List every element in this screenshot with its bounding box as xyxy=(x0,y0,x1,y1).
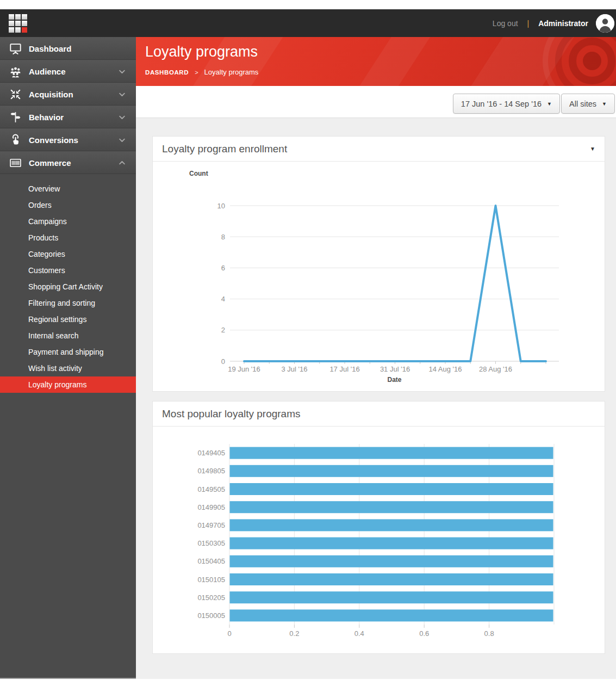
user-icon xyxy=(596,14,614,33)
svg-text:0.6: 0.6 xyxy=(419,629,429,638)
dashboard-icon xyxy=(8,41,22,55)
sidebar-item-commerce[interactable]: Commerce xyxy=(0,151,136,174)
svg-text:28 Aug '16: 28 Aug '16 xyxy=(479,365,512,373)
page-header: Loyalty programs DASHBOARD > Loyalty pro… xyxy=(136,37,616,86)
top-bar: Log out | Administrator xyxy=(0,9,616,37)
svg-text:4: 4 xyxy=(221,295,225,303)
popular-programs-panel: Most popular loyalty programs 00.20.40.6… xyxy=(152,401,605,654)
svg-text:0.2: 0.2 xyxy=(289,629,299,638)
sidebar-subitem-filtering-and-sorting[interactable]: Filtering and sorting xyxy=(0,295,136,311)
audience-icon xyxy=(8,64,22,78)
topbar-right: Log out | Administrator xyxy=(493,14,616,33)
header-streak xyxy=(325,37,447,86)
sidebar-subitem-payment-and-shipping[interactable]: Payment and shipping xyxy=(0,344,136,360)
behavior-icon xyxy=(8,110,22,124)
sidebar-subitem-wish-list-activity[interactable]: Wish list activity xyxy=(0,360,136,376)
svg-text:0150105: 0150105 xyxy=(197,576,225,584)
chevron-down-icon xyxy=(118,67,126,76)
date-range-value: 17 Jun '16 - 14 Sep '16 xyxy=(461,100,542,108)
enrollment-line-chart: 024681019 Jun '163 Jul '1617 Jul '1631 J… xyxy=(153,162,605,391)
avatar[interactable] xyxy=(596,14,614,33)
sidebar-item-label: Behavior xyxy=(29,113,118,122)
chevron-down-icon xyxy=(118,113,126,121)
chevron-up-icon xyxy=(118,159,126,167)
enrollment-panel-header: Loyalty program enrollment ▼ xyxy=(153,137,605,162)
svg-text:31 Jul '16: 31 Jul '16 xyxy=(380,365,410,373)
svg-text:Date: Date xyxy=(387,376,401,384)
chevron-down-icon: ▼ xyxy=(602,101,607,107)
sidebar-item-label: Dashboard xyxy=(29,44,136,53)
topbar-separator: | xyxy=(527,19,530,28)
breadcrumb-dashboard-link[interactable]: DASHBOARD xyxy=(145,69,189,76)
sidebar-item-behavior[interactable]: Behavior xyxy=(0,106,136,128)
sidebar-subitem-internal-search[interactable]: Internal search xyxy=(0,328,136,344)
sidebar-item-label: Audience xyxy=(29,67,118,76)
page-root: Log out | Administrator DashboardAudienc… xyxy=(0,0,616,692)
sidebar-subitem-overview[interactable]: Overview xyxy=(0,181,136,197)
sidebar-subitem-shopping-cart-activity[interactable]: Shopping Cart Activity xyxy=(0,279,136,295)
svg-text:14 Aug '16: 14 Aug '16 xyxy=(428,365,462,373)
svg-text:0149705: 0149705 xyxy=(197,521,225,529)
conversions-icon xyxy=(8,133,22,147)
sidebar-subitem-orders[interactable]: Orders xyxy=(0,197,136,213)
sidebar-subitem-customers[interactable]: Customers xyxy=(0,262,136,279)
chevron-down-icon: ▼ xyxy=(547,101,552,107)
acquisition-icon xyxy=(8,87,22,101)
svg-text:0150305: 0150305 xyxy=(197,539,225,547)
sidebar-item-acquisition[interactable]: Acquisition xyxy=(0,83,136,106)
popular-programs-panel-header: Most popular loyalty programs xyxy=(153,401,605,427)
username-link[interactable]: Administrator xyxy=(538,19,588,28)
commerce-icon xyxy=(8,156,22,170)
svg-text:0150405: 0150405 xyxy=(197,557,225,565)
svg-text:6: 6 xyxy=(221,264,225,272)
app-menu-icon[interactable] xyxy=(9,14,27,33)
svg-text:17 Jul '16: 17 Jul '16 xyxy=(329,365,359,373)
sidebar-item-label: Commerce xyxy=(29,158,118,168)
enrollment-panel-title: Loyalty program enrollment xyxy=(162,143,287,155)
svg-text:0150205: 0150205 xyxy=(197,594,225,602)
svg-text:2: 2 xyxy=(221,326,225,334)
sidebar-subitem-regional-settings[interactable]: Regional settings xyxy=(0,311,136,328)
sidebar-item-conversions[interactable]: Conversions xyxy=(0,128,136,151)
sidebar-item-audience[interactable]: Audience xyxy=(0,60,136,83)
svg-text:8: 8 xyxy=(221,233,225,241)
svg-text:0: 0 xyxy=(227,629,231,638)
enrollment-panel: Loyalty program enrollment ▼ 024681019 J… xyxy=(152,136,605,392)
site-dropdown[interactable]: All sites ▼ xyxy=(561,94,615,114)
svg-text:19 Jun '16: 19 Jun '16 xyxy=(228,365,260,373)
popular-programs-panel-title: Most popular loyalty programs xyxy=(162,408,301,420)
svg-text:0.4: 0.4 xyxy=(354,629,364,638)
page-title: Loyalty programs xyxy=(145,44,258,60)
logout-link[interactable]: Log out xyxy=(493,19,518,28)
svg-text:0149905: 0149905 xyxy=(197,503,225,511)
sidebar-subitem-categories[interactable]: Categories xyxy=(0,246,136,262)
chevron-down-icon xyxy=(118,90,126,98)
date-range-dropdown[interactable]: 17 Jun '16 - 14 Sep '16 ▼ xyxy=(453,94,560,114)
breadcrumb: DASHBOARD > Loyalty programs xyxy=(145,68,258,76)
sidebar-subitem-products[interactable]: Products xyxy=(0,230,136,246)
sidebar-subitem-loyalty-programs[interactable]: Loyalty programs xyxy=(0,376,136,393)
panel-collapse-icon[interactable]: ▼ xyxy=(590,146,595,152)
sidebar: DashboardAudienceAcquisitionBehaviorConv… xyxy=(0,37,136,679)
svg-text:Count: Count xyxy=(189,170,208,177)
sidebar-item-label: Conversions xyxy=(29,135,118,145)
svg-text:0149505: 0149505 xyxy=(197,485,225,493)
svg-text:10: 10 xyxy=(217,202,225,210)
svg-text:0.8: 0.8 xyxy=(484,629,494,638)
svg-text:0150005: 0150005 xyxy=(197,611,225,620)
svg-text:0149805: 0149805 xyxy=(197,467,225,475)
filter-bar: 17 Jun '16 - 14 Sep '16 ▼ All sites ▼ xyxy=(136,86,616,118)
header-circles-decor xyxy=(486,37,616,86)
svg-text:3 Jul '16: 3 Jul '16 xyxy=(281,365,307,373)
commerce-submenu: OverviewOrdersCampaignsProductsCategorie… xyxy=(0,174,136,393)
breadcrumb-separator: > xyxy=(195,69,198,76)
breadcrumb-current: Loyalty programs xyxy=(204,68,259,76)
site-value: All sites xyxy=(569,100,596,108)
sidebar-item-label: Acquisition xyxy=(29,90,118,99)
chevron-down-icon xyxy=(118,136,126,144)
sidebar-item-dashboard[interactable]: Dashboard xyxy=(0,37,136,60)
sidebar-subitem-campaigns[interactable]: Campaigns xyxy=(0,213,136,230)
svg-text:0: 0 xyxy=(221,357,225,366)
popular-programs-bar-chart: 00.20.40.60.8014940501498050149505014990… xyxy=(153,427,605,653)
svg-text:0149405: 0149405 xyxy=(197,449,225,457)
